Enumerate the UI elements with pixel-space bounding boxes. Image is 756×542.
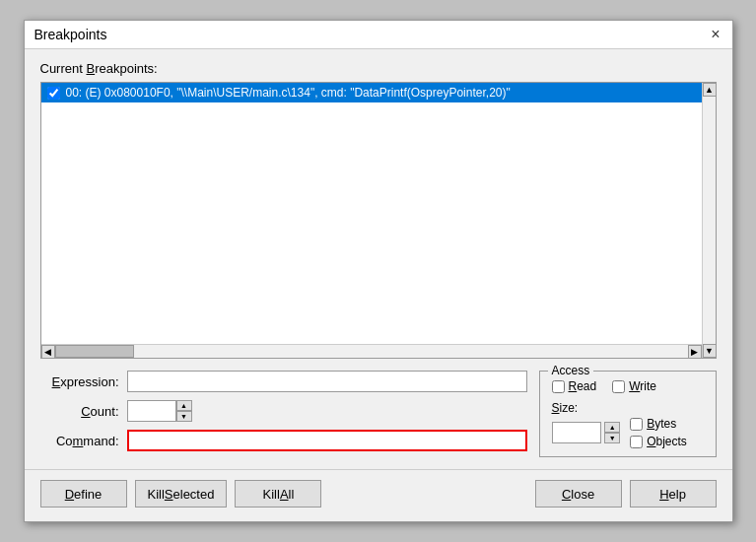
scroll-up-button[interactable]: ▲ [703, 83, 717, 97]
vscroll-track [703, 97, 716, 344]
current-breakpoints-label: Current Breakpoints: [40, 61, 717, 76]
help-button[interactable]: Help [630, 480, 717, 508]
dialog-title: Breakpoints [34, 27, 107, 42]
scroll-left-button[interactable]: ◀ [41, 345, 55, 359]
count-label: Count: [40, 404, 119, 419]
title-bar: Breakpoints × [25, 21, 732, 49]
size-input[interactable] [552, 422, 601, 443]
count-spinner: 1 ▲ ▼ [127, 400, 192, 422]
size-label: Size: [552, 401, 704, 415]
kill-selected-button[interactable]: Kill Selected [135, 480, 228, 508]
scroll-track[interactable] [55, 345, 688, 358]
size-checkboxes: Bytes Objects [630, 417, 687, 448]
read-checkbox[interactable] [552, 380, 565, 393]
size-row: ▲ ▼ Bytes Objects [552, 417, 704, 448]
close-icon[interactable]: × [709, 27, 722, 42]
command-input[interactable]: DataPrintf(OspreyPointer,20) [127, 430, 527, 451]
kill-all-button[interactable]: Kill All [235, 480, 321, 508]
breakpoints-dialog: Breakpoints × Current Breakpoints: 00: (… [24, 20, 733, 522]
expression-row: Expression: \\Main\USER/main.c\134 [40, 371, 527, 392]
read-check: Read [552, 379, 597, 393]
scroll-down-button[interactable]: ▼ [703, 344, 717, 358]
command-label: Command: [40, 434, 119, 448]
count-row: Count: 1 ▲ ▼ [40, 400, 527, 422]
scroll-thumb[interactable] [55, 345, 134, 358]
close-button[interactable]: Close [535, 480, 622, 508]
access-group: Access Read Write Size: [539, 371, 717, 457]
spinner-buttons: ▲ ▼ [176, 400, 192, 422]
read-label: Read [569, 379, 597, 393]
horizontal-scrollbar[interactable]: ◀ ▶ [41, 344, 702, 358]
bytes-label: Bytes [647, 417, 676, 431]
left-buttons: Define Kill Selected Kill All [40, 480, 322, 508]
size-spinner-up[interactable]: ▲ [604, 422, 620, 433]
breakpoints-list-container[interactable]: 00: (E) 0x080010F0, "\\Main\USER/main.c\… [40, 82, 717, 359]
bytes-checkbox[interactable] [630, 418, 643, 431]
right-buttons: Close Help [535, 480, 717, 508]
count-input[interactable]: 1 [127, 400, 176, 422]
breakpoint-item-0[interactable]: 00: (E) 0x080010F0, "\\Main\USER/main.c\… [41, 83, 716, 102]
expression-input[interactable]: \\Main\USER/main.c\134 [127, 371, 527, 392]
write-label: Write [629, 379, 656, 393]
access-legend: Access [548, 364, 594, 377]
breakpoints-list: 00: (E) 0x080010F0, "\\Main\USER/main.c\… [41, 83, 716, 102]
write-check: Write [612, 379, 656, 393]
spinner-up-button[interactable]: ▲ [176, 400, 192, 411]
define-button[interactable]: Define [40, 480, 127, 508]
bytes-check: Bytes [630, 417, 687, 431]
size-spinner: ▲ ▼ [552, 422, 621, 444]
access-checkboxes-row: Read Write [552, 379, 704, 393]
breakpoint-checkbox-0[interactable] [47, 87, 60, 100]
button-bar: Define Kill Selected Kill All Close Help [25, 469, 732, 521]
form-left: Expression: \\Main\USER/main.c\134 Count… [40, 371, 527, 457]
expression-label: Expression: [40, 374, 119, 389]
objects-checkbox[interactable] [630, 436, 643, 448]
breakpoint-text-0: 00: (E) 0x080010F0, "\\Main\USER/main.c\… [66, 86, 511, 100]
form-area: Expression: \\Main\USER/main.c\134 Count… [40, 371, 717, 457]
scroll-right-button[interactable]: ▶ [688, 345, 702, 359]
objects-label: Objects [647, 435, 687, 448]
command-row: Command: DataPrintf(OspreyPointer,20) [40, 430, 527, 451]
dialog-body: Current Breakpoints: 00: (E) 0x080010F0,… [25, 49, 732, 469]
write-checkbox[interactable] [612, 380, 625, 393]
vertical-scrollbar[interactable]: ▲ ▼ [702, 83, 716, 358]
size-spinner-buttons: ▲ ▼ [604, 422, 620, 443]
objects-check: Objects [630, 435, 687, 448]
spinner-down-button[interactable]: ▼ [176, 411, 192, 422]
size-spinner-down[interactable]: ▼ [604, 433, 620, 443]
